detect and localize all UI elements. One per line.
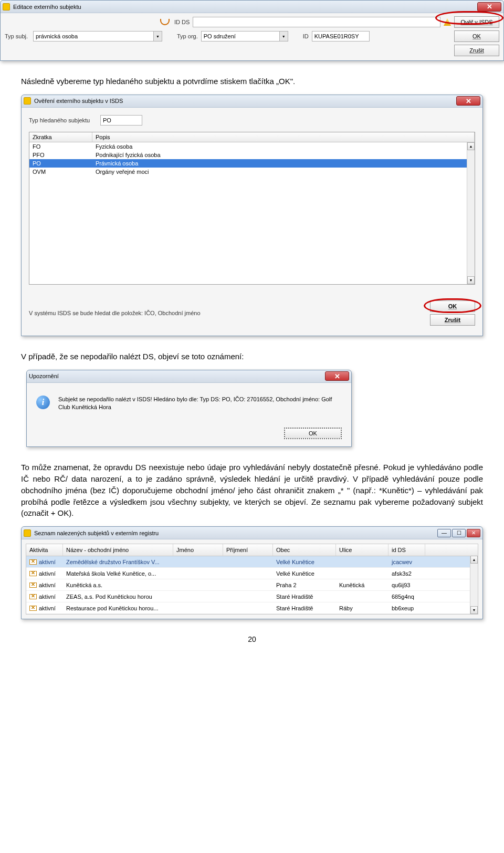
ok-button[interactable]: OK <box>430 300 475 312</box>
id-field[interactable] <box>312 31 370 41</box>
typ-org-label: Typ org. <box>177 33 198 39</box>
dialog-titlebar: Ověření externího subjektu v ISDS ✕ <box>22 95 482 108</box>
scroll-up-icon[interactable]: ▲ <box>470 556 478 564</box>
list-row[interactable]: FO Fyzická osoba <box>29 142 475 151</box>
col-aktivita[interactable]: Aktivita <box>26 544 63 556</box>
app-icon <box>24 97 31 105</box>
envelope-icon <box>29 582 37 588</box>
table-row[interactable]: aktivní ZEAS, a.s. Pod Kunětickou horou … <box>26 591 478 602</box>
col-idds[interactable]: id DS <box>388 544 425 556</box>
app-icon <box>24 529 31 537</box>
dialog-title: Editace externího subjektu <box>13 4 81 10</box>
dialog-titlebar: Editace externího subjektu ✕ <box>1 1 503 13</box>
table-row[interactable]: aktivní Restaurace pod Kunětickou horou.… <box>26 602 478 614</box>
cancel-button[interactable]: Zrušit <box>430 314 475 326</box>
app-icon <box>3 3 10 11</box>
col-popis[interactable]: Popis <box>92 132 475 142</box>
verify-isds-button[interactable]: Ověř v ISDS <box>454 16 499 28</box>
table-row[interactable]: aktivní Kunětická a.s. Praha 2 Kunětická… <box>26 579 478 591</box>
typ-hledaneho-field[interactable] <box>100 115 142 126</box>
table-row[interactable]: aktivní Mateřská škola Velké Kunětice, o… <box>26 568 478 579</box>
paragraph-1: Následně vybereme typ hledaného subjektu… <box>21 76 483 87</box>
typ-hledaneho-label: Typ hledaného subjektu <box>29 117 97 123</box>
chevron-down-icon[interactable]: ▼ <box>154 31 162 41</box>
close-button[interactable]: ✕ <box>456 96 480 106</box>
dialog-title: Ověření externího subjektu v ISDS <box>34 98 123 104</box>
table-header: Aktivita Název - obchodní jméno Jméno Př… <box>26 544 478 556</box>
page-number: 20 <box>21 635 483 643</box>
alert-message: Subjekt se nepodařilo nalézt v ISDS! Hle… <box>58 396 342 412</box>
results-window: Seznam nalezených subjektů v externím re… <box>21 526 483 619</box>
dialog-title: Seznam nalezených subjektů v externím re… <box>34 530 159 536</box>
dialog-title: Upozornění <box>29 373 59 379</box>
col-prijmeni[interactable]: Příjmení <box>223 544 273 556</box>
posta-logo <box>160 19 171 25</box>
envelope-icon <box>29 571 37 576</box>
edit-subject-dialog: Editace externího subjektu ✕ ID DS Ověř … <box>0 0 504 61</box>
minimize-button[interactable]: — <box>437 529 451 537</box>
ok-button[interactable]: OK <box>284 428 342 439</box>
results-table: Aktivita Název - obchodní jméno Jméno Př… <box>26 544 478 615</box>
subject-type-list: Zkratka Popis FO Fyzická osoba PFO Podni… <box>29 132 475 285</box>
typ-org-value[interactable] <box>201 31 280 41</box>
typ-subj-label: Typ subj. <box>5 33 30 39</box>
typ-subj-value[interactable] <box>33 31 154 41</box>
scrollbar[interactable]: ▲ ▼ <box>470 556 478 614</box>
col-ulice[interactable]: Ulice <box>336 544 388 556</box>
maximize-button[interactable]: ☐ <box>452 529 466 537</box>
envelope-icon <box>29 606 37 611</box>
close-button[interactable]: ✕ <box>325 371 349 381</box>
typ-org-dropdown[interactable]: ▼ <box>201 31 288 41</box>
list-row[interactable]: PFO Podnikající fyzická osoba <box>29 151 475 159</box>
scroll-up-icon[interactable]: ▲ <box>467 142 475 150</box>
id-ds-label: ID DS <box>174 19 190 25</box>
table-row[interactable]: aktivní Zemědělské družstvo Frantíškov V… <box>26 556 478 568</box>
id-label: ID <box>303 33 309 39</box>
list-header: Zkratka Popis <box>29 132 475 142</box>
col-obec[interactable]: Obec <box>273 544 336 556</box>
verify-isds-dialog: Ověření externího subjektu v ISDS ✕ Typ … <box>21 95 483 336</box>
info-icon: i <box>36 396 50 409</box>
scrollbar[interactable]: ▲ ▼ <box>467 142 475 284</box>
col-jmeno[interactable]: Jméno <box>173 544 223 556</box>
list-row[interactable]: OVM Orgány veřejné moci <box>29 168 475 176</box>
cancel-button[interactable]: Zrušit <box>454 45 499 56</box>
paragraph-3: To může znamenat, že opravdu DS neexistu… <box>21 462 483 519</box>
search-criteria-text: V systému ISDS se bude hledat dle polože… <box>29 310 201 316</box>
dialog-titlebar: Seznam nalezených subjektů v externím re… <box>22 527 482 539</box>
close-button[interactable]: ✕ <box>467 529 480 537</box>
chevron-down-icon[interactable]: ▼ <box>280 31 288 41</box>
paragraph-2: V případě, že se nepodařilo nalézt DS, o… <box>21 351 483 362</box>
dialog-titlebar: Upozornění ✕ <box>27 370 351 383</box>
alert-dialog: Upozornění ✕ i Subjekt se nepodařilo nal… <box>26 370 352 448</box>
scroll-down-icon[interactable]: ▼ <box>470 606 478 614</box>
id-ds-field[interactable] <box>193 17 440 27</box>
col-zkratka[interactable]: Zkratka <box>29 132 92 142</box>
envelope-icon <box>29 594 37 599</box>
col-nazev[interactable]: Název - obchodní jméno <box>63 544 173 556</box>
close-button[interactable]: ✕ <box>477 2 501 12</box>
typ-subj-dropdown[interactable]: ▼ <box>33 31 162 41</box>
list-row-selected[interactable]: PO Právnická osoba <box>29 159 475 168</box>
warning-icon <box>444 18 451 26</box>
ok-button[interactable]: OK <box>454 30 499 42</box>
envelope-icon <box>29 559 37 565</box>
scroll-down-icon[interactable]: ▼ <box>467 276 475 284</box>
